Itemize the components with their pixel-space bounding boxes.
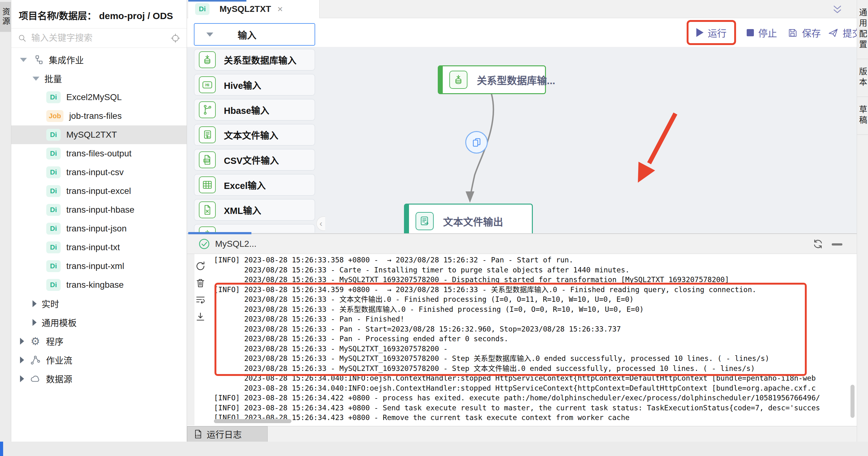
di-badge: Di [46,223,61,235]
sidebar-item-trans-input-excel[interactable]: Ditrans-input-excel [11,182,187,201]
sidebar-item-trans-files-output[interactable]: Ditrans-files-output [11,144,187,163]
search-input[interactable] [31,33,170,43]
palette-item-label: Hive输入 [224,78,261,91]
palette-item-XML输入[interactable]: XML输入 [194,199,315,221]
run-button[interactable]: 运行 [696,24,727,41]
sidebar-item-trans-input-txt[interactable]: Ditrans-input-txt [11,238,187,257]
palette-item-label: Hbase输入 [224,103,269,116]
sync-icon[interactable] [812,238,824,250]
search-bar [11,28,187,48]
text-file-output-icon [415,212,434,230]
palette-item-CSV文件输入[interactable]: CSVCSV文件输入 [194,149,315,171]
di-badge: Di [195,3,210,15]
bottom-left-accent [0,442,3,456]
database-input-icon [449,71,467,89]
copy-icon [471,136,483,148]
tab-run-log[interactable]: LOG 运行日志 [187,426,268,442]
palette-item-label: 文本文件输入 [224,128,278,141]
sidebar-item-MySQL2TXT[interactable]: DiMySQL2TXT [11,125,187,144]
sidebar-item-数据源[interactable]: 数据源 [11,369,187,388]
palette-item-Excel输入[interactable]: Excel输入 [194,174,315,196]
caret-collapsed-icon[interactable] [33,319,37,326]
tab-mysql2txt[interactable]: Di MySQL2TXT × [188,0,319,18]
excel-icon [199,176,216,193]
di-badge: Di [46,260,61,272]
di-badge: Di [46,185,61,197]
palette-item-文本文件输入[interactable]: 文本文件输入 [194,124,315,146]
sidebar-item-trans-input-csv[interactable]: Ditrans-input-csv [11,163,187,182]
sidebar-item-trans-input-json[interactable]: Ditrans-input-json [11,219,187,238]
stop-button[interactable]: 停止 [747,24,777,41]
palette-group-input[interactable]: 输入 [194,23,315,45]
editor-tabbar: Di MySQL2TXT × [187,0,857,18]
tree-item-label: Excel2MySQL [66,92,122,102]
send-icon [828,28,838,38]
di-badge: Di [46,279,61,291]
tree-item-label: trans-kingbase [66,280,124,290]
palette-scrollbar[interactable] [188,232,251,234]
sidebar-item-trans-kingbase[interactable]: Ditrans-kingbase [11,276,187,294]
caret-expanded-icon[interactable] [33,77,39,81]
caret-collapsed-icon[interactable] [20,375,24,382]
di-badge: Di [46,129,61,141]
project-tree: 集成作业批量DiExcel2MySQLJobjob-trans-filesDiM… [11,48,187,388]
tree-item-label: trans-input-excel [66,186,131,196]
vertical-scrollbar[interactable] [850,385,855,418]
horizontal-scrollbar[interactable] [214,419,291,423]
node-db-input[interactable]: 关系型数据库输... [438,65,546,94]
right-tab-通用配置[interactable]: 通用配置 [857,0,868,59]
tab-resources[interactable]: 资源 [0,2,11,32]
di-badge: Di [46,148,61,159]
sidebar-item-作业流[interactable]: 作业流 [11,351,187,369]
sidebar-item-trans-input-hbase[interactable]: Ditrans-input-hbase [11,201,187,219]
palette-item-Hbase输入[interactable]: Hbase输入 [194,99,315,121]
wrap-lines-icon[interactable] [195,295,206,305]
trash-icon[interactable] [195,278,206,288]
annotation-arrow [649,114,675,163]
sidebar-item-实时[interactable]: 实时 [11,294,187,313]
right-tab-草稿[interactable]: 草稿 [857,97,868,135]
download-icon[interactable] [195,311,206,322]
crosshair-icon[interactable] [170,33,180,43]
submit-button[interactable]: 提交 [828,24,862,41]
integration-icon [32,54,44,66]
search-icon [18,33,27,43]
save-icon [787,28,798,38]
tree-item-label: 批量 [44,72,62,85]
caret-expanded-icon[interactable] [20,58,27,62]
refresh-icon[interactable] [195,261,206,271]
tree-item-label: MySQL2TXT [66,130,117,140]
caret-collapsed-icon[interactable] [20,338,24,345]
palette-item-关系型数据库输入[interactable]: 关系型数据库输入 [194,49,315,71]
sidebar-item-job-trans-files[interactable]: Jobjob-trans-files [11,107,187,125]
sidebar-item-集成作业[interactable]: 集成作业 [11,50,187,69]
caret-collapsed-icon[interactable] [20,357,24,363]
log-line: [INFO] 2023-08-28 15:26:34.423 +0800 - S… [214,403,854,413]
app-window: 资源 项目名称/数据层： demo-proj / ODS 集成作业批量DiExc… [0,0,868,456]
log-line: [INFO] 2023-08-28 15:26:33.358 +0800 - →… [214,255,854,265]
right-tab-版本[interactable]: 版本 [857,59,868,97]
minimize-icon[interactable] [832,243,842,245]
tree-item-label: trans-input-txt [66,242,120,252]
palette-item-partial[interactable] [194,224,315,233]
log-panel-body: [INFO] 2023-08-28 15:26:33.358 +0800 - →… [187,254,857,425]
log-line: 2023/08/28 15:26:33 - Carte - Installing… [214,265,854,275]
node-accent-bar [405,205,409,238]
palette-item-Hive输入[interactable]: HiHive输入 [194,74,315,96]
sidebar-title: 项目名称/数据层： demo-proj / ODS [11,0,187,28]
log-panel-header: MySQL2... [187,234,857,254]
collapse-panel-icon[interactable] [832,4,843,15]
sidebar-item-通用模板[interactable]: 通用模板 [11,313,187,332]
node-label: 文本文件输出 [443,214,503,228]
save-button[interactable]: 保存 [787,24,821,41]
csv-icon: CSV [199,151,216,168]
caret-collapsed-icon[interactable] [33,300,37,307]
log-line: [INFO] 2023-08-28 15:26:34.423 +0800 - R… [214,413,854,423]
left-rail: 资源 [0,0,11,442]
sidebar-item-Excel2MySQL[interactable]: DiExcel2MySQL [11,88,187,107]
sidebar-item-程序[interactable]: ⚙程序 [11,332,187,351]
sidebar-item-批量[interactable]: 批量 [11,69,187,88]
close-tab-icon[interactable]: × [277,4,283,14]
hop-copy-badge[interactable] [465,131,488,154]
sidebar-item-trans-input-xml[interactable]: Ditrans-input-xml [11,257,187,276]
